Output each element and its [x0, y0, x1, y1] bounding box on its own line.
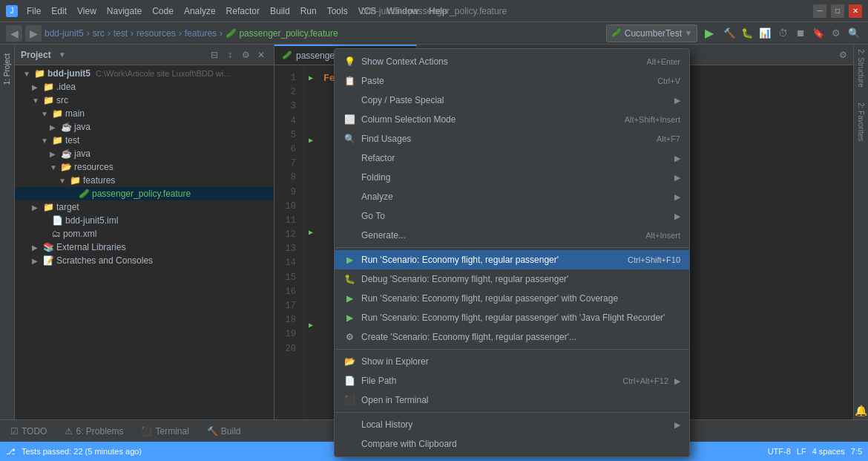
- tab-todo[interactable]: ☑ TODO: [6, 425, 51, 438]
- tree-item-src[interactable]: ▼ 📁 src: [15, 94, 274, 107]
- run-config-label: CucumberTest: [625, 28, 682, 39]
- ctx-item-create-config[interactable]: ⚙Create 'Scenario: Economy flight, regul…: [335, 327, 689, 347]
- ctx-item-copy-paste-special[interactable]: Copy / Paste Special▶: [335, 91, 689, 110]
- window-controls: ─ □ ✕: [813, 4, 862, 18]
- ctx-item-run-flight-recorder[interactable]: ▶Run 'Scenario: Economy flight, regular …: [335, 308, 689, 327]
- tree-item-java-test[interactable]: ▶ ☕ java: [15, 147, 274, 160]
- xml-icon: 🗂: [52, 229, 61, 239]
- ctx-item-compare-clipboard[interactable]: Compare with Clipboard: [335, 434, 689, 454]
- java-folder-icon: ☕: [61, 148, 72, 159]
- search-button[interactable]: 🔍: [846, 25, 862, 42]
- tree-item-features[interactable]: ▼ 📁 features: [15, 174, 274, 187]
- submenu-arrow-icon: ▶: [674, 154, 680, 163]
- stop-button[interactable]: ⏹: [792, 25, 809, 42]
- debug-button[interactable]: 🐛: [739, 25, 755, 42]
- menu-run[interactable]: Run: [296, 4, 321, 18]
- tree-item-main[interactable]: ▼ 📁 main: [15, 107, 274, 120]
- tree-item-target[interactable]: ▶ 📁 target: [15, 200, 274, 214]
- ctx-item-show-explorer[interactable]: 📂Show in Explorer: [335, 352, 689, 371]
- tab-build[interactable]: 🔨 Build: [203, 425, 246, 438]
- menu-analyze[interactable]: Analyze: [180, 4, 220, 18]
- back-button[interactable]: ◀: [6, 25, 22, 42]
- ctx-item-generate[interactable]: Generate...Alt+Insert: [335, 226, 689, 245]
- submenu-arrow-icon: ▶: [674, 96, 680, 105]
- menu-refactor[interactable]: Refactor: [222, 4, 264, 18]
- ctx-item-folding[interactable]: Folding▶: [335, 168, 689, 187]
- tree-content: ▼ 📁 bdd-junit5 C:\Work\Articole site Lux…: [15, 65, 274, 419]
- forward-button[interactable]: ▶: [25, 25, 42, 42]
- sync-button[interactable]: ↕: [223, 48, 237, 62]
- tab-settings-button[interactable]: ⚙: [833, 45, 853, 65]
- scratches-icon: 📝: [43, 255, 54, 266]
- menu-code[interactable]: Code: [148, 4, 178, 18]
- close-panel-button[interactable]: ✕: [254, 48, 268, 62]
- gear-icon[interactable]: ⚙: [239, 48, 252, 62]
- line-ending-label[interactable]: LF: [797, 447, 806, 456]
- ctx-item-paste[interactable]: 📋PasteCtrl+V: [335, 71, 689, 91]
- tab-problems[interactable]: ⚠ 6: Problems: [60, 425, 128, 438]
- ctx-item-refactor[interactable]: Refactor▶: [335, 148, 689, 168]
- maximize-button[interactable]: □: [831, 4, 844, 18]
- ctx-item-find-usages[interactable]: 🔍Find UsagesAlt+F7: [335, 129, 689, 148]
- tree-item-scratches[interactable]: ▶ 📝 Scratches and Consoles: [15, 254, 274, 267]
- ctx-item-column-selection[interactable]: ⬜Column Selection ModeAlt+Shift+Insert: [335, 110, 689, 129]
- ctx-icon-folding: [343, 171, 355, 183]
- cucumber-icon: 🥒: [611, 28, 622, 38]
- ctx-item-goto[interactable]: Go To▶: [335, 206, 689, 226]
- expand-icon: ▼: [23, 70, 32, 78]
- menu-build[interactable]: Build: [266, 4, 295, 18]
- tree-item-ext-libs[interactable]: ▶ 📚 External Libraries: [15, 241, 274, 254]
- notifications-icon[interactable]: 🔔: [855, 405, 867, 419]
- tree-item-test[interactable]: ▼ 📁 test: [15, 134, 274, 147]
- breadcrumb-features[interactable]: features: [185, 28, 217, 39]
- coverage-button[interactable]: 📊: [757, 25, 773, 42]
- tree-item-java-main[interactable]: ▶ ☕ java: [15, 120, 274, 134]
- tab-terminal[interactable]: ⬛ Terminal: [137, 425, 193, 438]
- ctx-item-debug-scenario[interactable]: 🐛Debug 'Scenario: Economy flight, regula…: [335, 269, 689, 289]
- ctx-item-run-coverage[interactable]: ▶Run 'Scenario: Economy flight, regular …: [335, 289, 689, 308]
- ctx-item-run-scenario[interactable]: ▶Run 'Scenario: Economy flight, regular …: [335, 250, 689, 269]
- breadcrumb-test[interactable]: test: [114, 28, 128, 39]
- tree-item-bdd-junit5[interactable]: ▼ 📁 bdd-junit5 C:\Work\Articole site Lux…: [15, 67, 274, 80]
- breadcrumb-resources[interactable]: resources: [137, 28, 176, 39]
- ctx-item-file-path[interactable]: 📄File PathCtrl+Alt+F12▶: [335, 371, 689, 390]
- encoding-label[interactable]: UTF-8: [768, 447, 791, 456]
- tree-item-pom[interactable]: 🗂 pom.xml: [15, 227, 274, 241]
- menu-tools[interactable]: Tools: [323, 4, 352, 18]
- close-button[interactable]: ✕: [849, 4, 862, 18]
- submenu-arrow-icon: ▶: [674, 376, 680, 386]
- sidebar-tab-project[interactable]: 1: Project: [1, 50, 13, 88]
- indent-label[interactable]: 4 spaces: [812, 447, 845, 456]
- run-config-selector[interactable]: 🥒 CucumberTest ▼: [606, 24, 697, 42]
- collapse-all-button[interactable]: ⊟: [208, 48, 221, 62]
- ctx-item-analyze[interactable]: Analyze▶: [335, 187, 689, 206]
- ctx-icon-show-explorer: 📂: [343, 356, 355, 367]
- ctx-item-open-terminal[interactable]: ⬛Open in Terminal: [335, 390, 689, 410]
- build-button[interactable]: 🔨: [721, 25, 737, 42]
- profiler-button[interactable]: ⏱: [775, 25, 791, 42]
- breadcrumb-project[interactable]: bdd-junit5: [45, 28, 84, 39]
- minimize-button[interactable]: ─: [813, 4, 826, 18]
- tree-item-iml[interactable]: 📄 bdd-junit5.iml: [15, 214, 274, 227]
- menu-view[interactable]: View: [73, 4, 101, 18]
- run-button[interactable]: ▶: [700, 24, 718, 42]
- folder-icon: 📁: [34, 68, 45, 79]
- favorites-tab[interactable]: 2: Favorites: [855, 98, 867, 146]
- tree-item-resources[interactable]: ▼ 📂 resources: [15, 160, 274, 174]
- menu-file[interactable]: File: [22, 4, 45, 18]
- ctx-item-show-context-actions[interactable]: 💡Show Context ActionsAlt+Enter: [335, 52, 689, 71]
- menu-edit[interactable]: Edit: [47, 4, 71, 18]
- ctx-item-local-history[interactable]: Local History▶: [335, 415, 689, 434]
- breadcrumb-file[interactable]: 🥒 passenger_policy.feature: [226, 28, 338, 39]
- structure-tab[interactable]: 2: Structure: [855, 45, 867, 92]
- tree-item-feature-file[interactable]: 🥒 passenger_policy.feature: [15, 187, 274, 200]
- bookmark-button[interactable]: 🔖: [810, 25, 826, 42]
- menu-navigate[interactable]: Navigate: [102, 4, 146, 18]
- breadcrumb-src[interactable]: src: [93, 28, 105, 39]
- expand-icon: ▶: [50, 150, 59, 158]
- settings-button[interactable]: ⚙: [828, 25, 844, 42]
- title-bar: J File Edit View Navigate Code Analyze R…: [0, 0, 868, 22]
- folder-icon: 📂: [61, 162, 72, 172]
- tree-item-idea[interactable]: ▶ 📁 .idea: [15, 80, 274, 94]
- context-menu: 💡Show Context ActionsAlt+Enter📋PasteCtrl…: [334, 48, 690, 457]
